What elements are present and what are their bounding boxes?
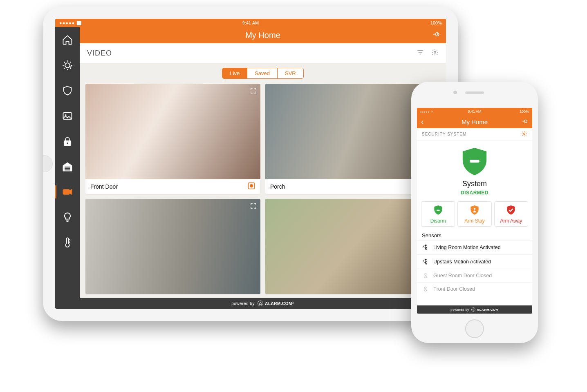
arm-away-label: Arm Away <box>500 218 522 224</box>
sidebar-nav <box>55 27 80 309</box>
battery-indicator: 100% <box>520 109 529 114</box>
svg-point-10 <box>434 51 436 53</box>
svg-rect-5 <box>65 167 70 167</box>
page-title: My Home <box>245 31 280 40</box>
arm-button-row: Disarm Arm Stay Arm Away <box>417 199 532 229</box>
phone-title-bar: ‹ My Home <box>417 115 532 128</box>
status-bar: ●●●●● 9:41 AM 100% <box>55 19 446 27</box>
svg-point-13 <box>258 301 263 306</box>
svg-point-15 <box>524 133 525 134</box>
door-closed-icon <box>422 286 429 292</box>
sidebar-scenes-icon[interactable] <box>60 58 75 73</box>
record-icon[interactable] <box>247 182 255 191</box>
sidebar-home-icon[interactable] <box>60 33 75 47</box>
camera-card-front-door[interactable]: Front Door <box>85 84 260 194</box>
phone-footer-branding: powered by ALARM.COM <box>417 305 532 314</box>
system-state: DISARMED <box>461 190 488 196</box>
phone-section-header: SECURITY SYSTEM <box>417 128 532 140</box>
disarm-label: Disarm <box>430 218 446 224</box>
motion-icon <box>422 244 429 251</box>
shield-disarmed-icon <box>460 146 489 178</box>
sensor-row[interactable]: Guest Room Door Closed <box>417 269 532 282</box>
section-title: VIDEO <box>87 49 112 58</box>
arm-stay-label: Arm Stay <box>464 218 484 224</box>
sidebar-video-icon[interactable] <box>60 185 75 199</box>
phone-speaker <box>465 91 484 94</box>
svg-rect-8 <box>63 189 69 194</box>
title-bar: My Home <box>80 27 446 43</box>
svg-rect-6 <box>65 168 70 169</box>
arm-stay-button[interactable]: Arm Stay <box>457 201 491 227</box>
phone-status-bar: ●●●●● ᯤ 9:41 AM 100% <box>417 108 532 115</box>
sensor-row[interactable]: Living Room Motion Activated <box>417 240 532 254</box>
footer-prefix: powered by <box>231 301 255 306</box>
svg-point-4 <box>67 143 68 144</box>
sync-icon[interactable] <box>522 118 528 126</box>
sync-icon[interactable] <box>432 30 440 40</box>
camera-grid: Front Door Porch <box>80 84 446 298</box>
footer-brand: ALARM.COM <box>265 301 292 306</box>
status-time: 9:41 AM <box>468 109 481 114</box>
sidebar-locks-icon[interactable] <box>60 134 75 149</box>
door-closed-icon <box>422 273 429 278</box>
svg-point-18 <box>474 208 475 210</box>
battery-indicator: 100% <box>430 20 442 25</box>
camera-card-3[interactable] <box>85 199 260 294</box>
segment-live[interactable]: Live <box>222 68 247 78</box>
section-header: VIDEO <box>80 43 446 63</box>
content-area: My Home VIDEO <box>80 27 446 309</box>
sidebar-thermostat-icon[interactable] <box>60 235 75 250</box>
expand-icon[interactable] <box>250 202 257 211</box>
signal-indicator: ●●●●● <box>59 20 81 25</box>
phone-camera-dot <box>453 91 457 94</box>
sensor-row[interactable]: Front Door Closed <box>417 282 532 296</box>
segment-svr[interactable]: SVR <box>277 68 303 78</box>
sidebar-garage-icon[interactable] <box>60 159 75 174</box>
sensors-header: Sensors <box>417 229 532 240</box>
page-title: My Home <box>462 118 488 125</box>
tablet-screen: ●●●●● 9:41 AM 100% <box>55 19 446 309</box>
svg-point-2 <box>65 114 67 116</box>
svg-point-12 <box>250 184 253 187</box>
footer-brand: ALARM.COM <box>477 308 498 312</box>
footer-prefix: powered by <box>450 308 469 312</box>
settings-icon[interactable] <box>431 49 439 58</box>
segment-saved[interactable]: Saved <box>247 68 277 78</box>
sensor-row[interactable]: Upstairs Motion Activated <box>417 254 532 269</box>
footer-branding: powered by ALARM.COM ® <box>80 298 446 309</box>
back-icon[interactable]: ‹ <box>421 118 423 126</box>
phone-screen: ●●●●● ᯤ 9:41 AM 100% ‹ My Home SECURITY … <box>417 108 532 314</box>
camera-thumbnail <box>85 84 260 179</box>
svg-rect-16 <box>470 160 479 163</box>
signal-indicator: ●●●●● ᯤ <box>420 109 434 114</box>
svg-point-14 <box>524 120 527 122</box>
sensor-label: Guest Room Door Closed <box>433 273 492 278</box>
sidebar-images-icon[interactable] <box>60 109 75 123</box>
phone-home-button[interactable] <box>465 319 484 338</box>
svg-point-20 <box>425 259 426 260</box>
tablet-device: ●●●●● 9:41 AM 100% <box>43 7 458 321</box>
sidebar-security-icon[interactable] <box>60 83 75 98</box>
expand-icon[interactable] <box>250 87 257 96</box>
sidebar-lights-icon[interactable] <box>60 210 75 225</box>
section-title: SECURITY SYSTEM <box>422 132 466 136</box>
disarm-button[interactable]: Disarm <box>421 201 455 227</box>
arm-away-button[interactable]: Arm Away <box>494 201 528 227</box>
status-time: 9:41 AM <box>242 20 259 25</box>
svg-rect-17 <box>437 210 440 211</box>
phone-device: ●●●●● ᯤ 9:41 AM 100% ‹ My Home SECURITY … <box>411 82 538 343</box>
camera-label: Front Door <box>90 183 118 190</box>
camera-thumbnail <box>85 199 260 294</box>
camera-label: Porch <box>270 183 285 190</box>
filter-icon[interactable] <box>417 49 424 58</box>
svg-point-19 <box>425 245 426 246</box>
system-name: System <box>462 180 487 188</box>
tablet-home-button[interactable] <box>43 155 53 172</box>
segment-control: Live Saved SVR <box>222 68 303 79</box>
svg-point-0 <box>65 63 70 68</box>
svg-point-23 <box>472 307 475 311</box>
segment-control-row: Live Saved SVR <box>80 63 446 84</box>
sensor-label: Front Door Closed <box>433 286 475 292</box>
svg-rect-7 <box>65 169 70 170</box>
settings-icon[interactable] <box>521 131 527 138</box>
